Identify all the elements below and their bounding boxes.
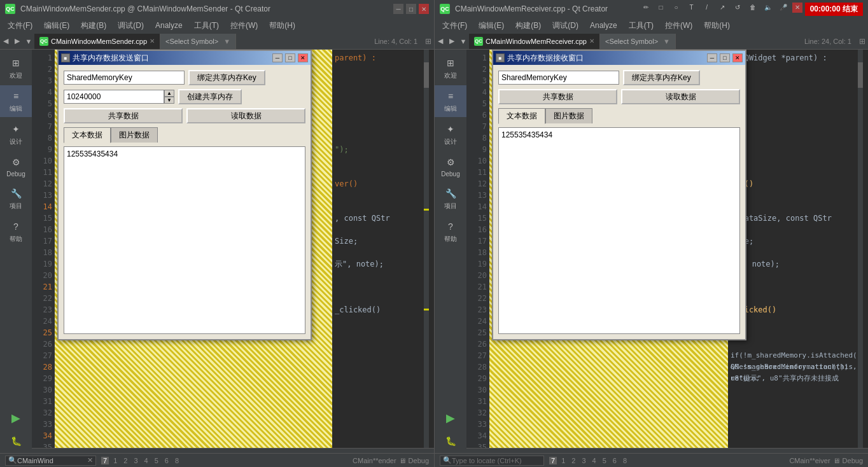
right-hscrollbar[interactable] bbox=[466, 448, 868, 453]
left-spin-up[interactable]: ▲ bbox=[164, 90, 174, 97]
left-menu-controls[interactable]: 控件(W) bbox=[225, 19, 263, 32]
left-share-btn[interactable]: 共享数据 bbox=[64, 108, 183, 123]
left-search-input[interactable] bbox=[17, 457, 87, 464]
left-menu-analyze[interactable]: Analyze bbox=[150, 20, 188, 31]
left-tab-text-data[interactable]: 文本数据 bbox=[64, 127, 111, 143]
right-sidebar-edit[interactable]: ≡ 编辑 bbox=[435, 85, 466, 117]
left-sidebar-design[interactable]: ✦ 设计 bbox=[0, 118, 32, 150]
right-bind-key-btn[interactable]: 绑定共享内存Key bbox=[623, 70, 700, 85]
right-page-4[interactable]: 4 bbox=[591, 457, 598, 464]
left-vscrollbar-thumb[interactable] bbox=[424, 62, 429, 88]
right-tab-close[interactable]: ✕ bbox=[589, 38, 594, 45]
right-tab-menu[interactable]: ▼ bbox=[458, 34, 469, 49]
left-tab-menu[interactable]: ▼ bbox=[23, 34, 34, 49]
right-dialog-close[interactable]: ✕ bbox=[732, 53, 743, 62]
right-sidebar-help[interactable]: ? 帮助 bbox=[435, 216, 466, 247]
right-search-input[interactable] bbox=[452, 457, 541, 464]
left-read-btn[interactable]: 读取数据 bbox=[186, 108, 305, 123]
left-tab-image-data[interactable]: 图片数据 bbox=[111, 127, 158, 143]
right-sidebar-debug[interactable]: ⚙ Debug bbox=[435, 151, 466, 181]
right-tool-arrow[interactable]: ↗ bbox=[716, 3, 729, 13]
left-menu-debug[interactable]: 调试(D) bbox=[113, 19, 149, 32]
left-menu-build[interactable]: 构建(B) bbox=[76, 19, 111, 32]
left-tab-expand[interactable]: ⊞ bbox=[423, 37, 434, 46]
left-sidebar-help[interactable]: ? 帮助 bbox=[0, 216, 32, 247]
right-dialog-minimize[interactable]: ─ bbox=[707, 53, 717, 62]
left-sidebar-debug2[interactable]: 🐛 bbox=[0, 430, 32, 453]
left-key-input[interactable] bbox=[64, 71, 185, 85]
right-vscrollbar-thumb[interactable] bbox=[858, 62, 863, 88]
right-tab-symbol[interactable]: <Select Symbol> ▼ bbox=[600, 34, 676, 49]
right-menu-tools[interactable]: 工具(T) bbox=[624, 19, 659, 32]
right-tool-text[interactable]: T bbox=[685, 3, 698, 13]
right-tab-active[interactable]: QC CMainWindowMemReceiver.cpp ✕ bbox=[469, 34, 600, 49]
right-tab-text-data[interactable]: 文本数据 bbox=[498, 108, 545, 124]
left-page-1[interactable]: 1 bbox=[111, 457, 119, 464]
left-sidebar-project[interactable]: 🔧 项目 bbox=[0, 183, 32, 214]
right-sidebar-project[interactable]: 🔧 项目 bbox=[435, 183, 466, 214]
left-page-4[interactable]: 4 bbox=[143, 457, 150, 464]
right-page-1[interactable]: 1 bbox=[559, 457, 567, 464]
right-textarea[interactable]: 125535435434 bbox=[499, 128, 739, 331]
right-vscrollbar[interactable] bbox=[858, 50, 863, 448]
right-tool-line[interactable]: / bbox=[701, 3, 713, 13]
right-tool-pencil[interactable]: ✏ bbox=[640, 3, 652, 13]
left-maximize-btn[interactable]: □ bbox=[406, 4, 416, 14]
right-read-btn[interactable]: 读取数据 bbox=[621, 89, 740, 104]
left-vscrollbar[interactable] bbox=[424, 50, 429, 448]
right-tool-delete[interactable]: 🗑 bbox=[746, 3, 759, 13]
right-sidebar-debug2[interactable]: 🐛 bbox=[435, 430, 466, 453]
left-sidebar-debug[interactable]: ⚙ Debug bbox=[0, 151, 32, 181]
right-page-6[interactable]: 6 bbox=[611, 457, 619, 464]
right-tab-next[interactable]: ▶ bbox=[446, 34, 458, 49]
left-minimize-btn[interactable]: ─ bbox=[393, 4, 403, 14]
left-page-8[interactable]: 8 bbox=[173, 457, 181, 464]
right-dialog-maximize[interactable]: □ bbox=[720, 53, 730, 62]
left-dialog-maximize[interactable]: □ bbox=[285, 53, 295, 62]
left-dialog-minimize[interactable]: ─ bbox=[272, 53, 283, 62]
right-tool-mic[interactable]: 🎤 bbox=[777, 3, 790, 13]
right-page-7[interactable]: 7 bbox=[549, 457, 557, 464]
left-tab-close[interactable]: ✕ bbox=[150, 38, 155, 45]
right-tab-prev[interactable]: ◀ bbox=[435, 34, 446, 49]
left-close-btn[interactable]: ✕ bbox=[419, 4, 429, 14]
left-menu-tools[interactable]: 工具(T) bbox=[189, 19, 224, 32]
right-sidebar-welcome[interactable]: ⊞ 欢迎 bbox=[435, 52, 466, 84]
right-sidebar-run[interactable]: ▶ bbox=[435, 407, 466, 430]
right-menu-controls[interactable]: 控件(W) bbox=[660, 19, 697, 32]
left-page-6[interactable]: 6 bbox=[163, 457, 171, 464]
right-page-5[interactable]: 5 bbox=[601, 457, 608, 464]
right-sidebar-design[interactable]: ✦ 设计 bbox=[435, 118, 466, 150]
left-bind-key-btn[interactable]: 绑定共享内存Key bbox=[188, 70, 265, 85]
right-page-3[interactable]: 3 bbox=[580, 457, 587, 464]
right-page-8[interactable]: 8 bbox=[621, 457, 629, 464]
right-key-input[interactable] bbox=[498, 71, 619, 85]
left-tab-active[interactable]: QC CMainWindowMemSender.cpp ✕ bbox=[34, 34, 160, 49]
left-hscrollbar[interactable] bbox=[32, 448, 434, 453]
right-share-btn[interactable]: 共享数据 bbox=[498, 89, 617, 104]
left-tab-next[interactable]: ▶ bbox=[11, 34, 23, 49]
left-create-btn[interactable]: 创建共享内存 bbox=[178, 89, 242, 104]
right-tool-circle[interactable]: ○ bbox=[670, 3, 683, 13]
right-tool-vol[interactable]: 🔈 bbox=[762, 3, 774, 13]
right-tab-expand[interactable]: ⊞ bbox=[857, 37, 868, 46]
left-size-input[interactable] bbox=[64, 90, 164, 104]
left-page-3[interactable]: 3 bbox=[132, 457, 139, 464]
right-menu-build[interactable]: 构建(B) bbox=[510, 19, 546, 32]
left-sidebar-edit[interactable]: ≡ 编辑 bbox=[0, 85, 32, 117]
left-page-2[interactable]: 2 bbox=[122, 457, 129, 464]
left-dialog-close[interactable]: ✕ bbox=[298, 53, 308, 62]
right-page-2[interactable]: 2 bbox=[570, 457, 577, 464]
right-menu-help[interactable]: 帮助(H) bbox=[699, 19, 735, 32]
left-page-5[interactable]: 5 bbox=[153, 457, 160, 464]
left-menu-edit[interactable]: 编辑(E) bbox=[39, 19, 74, 32]
right-close-btn[interactable]: ✕ bbox=[792, 3, 802, 13]
right-menu-debug[interactable]: 调试(D) bbox=[547, 19, 584, 32]
right-tool-undo[interactable]: ↺ bbox=[731, 3, 744, 13]
left-menu-file[interactable]: 文件(F) bbox=[3, 19, 38, 32]
left-sidebar-welcome[interactable]: ⊞ 欢迎 bbox=[0, 52, 32, 84]
left-page-7[interactable]: 7 bbox=[101, 457, 109, 464]
left-sidebar-run[interactable]: ▶ bbox=[0, 407, 32, 430]
right-menu-edit[interactable]: 编辑(E) bbox=[473, 19, 509, 32]
left-search-clear[interactable]: ✕ bbox=[87, 456, 93, 464]
